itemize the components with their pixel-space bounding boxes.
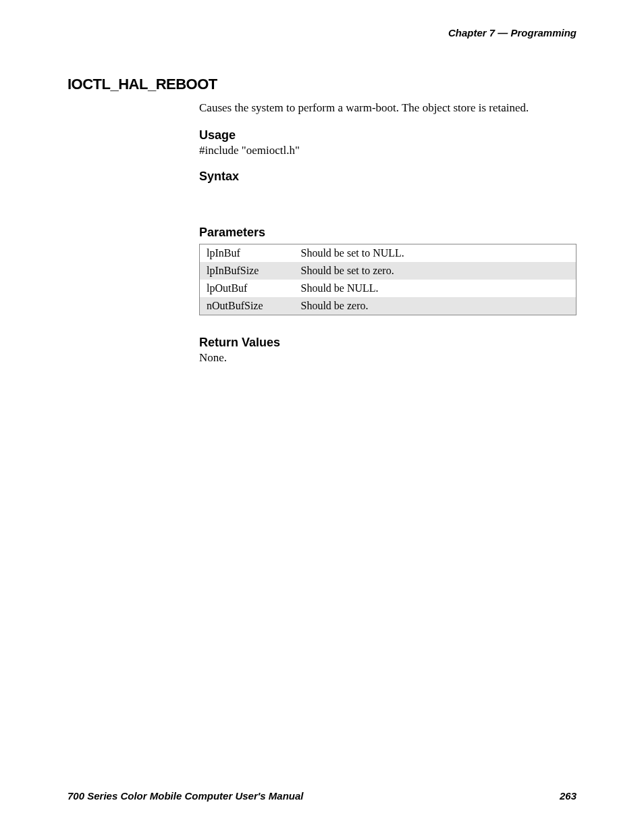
table-row: lpInBuf Should be set to NULL. [200,244,576,262]
table-row: lpInBufSize Should be set to zero. [200,262,576,280]
table-row: lpOutBuf Should be NULL. [200,280,576,297]
return-values-text: None. [199,351,576,365]
footer-manual-title: 700 Series Color Mobile Computer User's … [68,790,304,802]
table-row: nOutBufSize Should be zero. [200,297,576,315]
param-desc: Should be zero. [294,297,576,315]
param-name: lpInBuf [200,244,294,262]
usage-heading: Usage [199,128,576,142]
param-desc: Should be set to NULL. [294,244,576,262]
parameters-table: lpInBuf Should be set to NULL. lpInBufSi… [199,244,576,315]
chapter-label: Chapter 7 — Programming [448,27,576,38]
page-header: Chapter 7 — Programming [68,27,576,38]
param-name: lpInBufSize [200,262,294,280]
footer-page-number: 263 [560,790,576,802]
param-name: nOutBufSize [200,297,294,315]
syntax-heading: Syntax [199,170,576,184]
parameters-heading: Parameters [199,226,576,240]
return-values-heading: Return Values [199,336,576,350]
param-name: lpOutBuf [200,280,294,297]
param-desc: Should be NULL. [294,280,576,297]
page-footer: 700 Series Color Mobile Computer User's … [68,790,576,802]
syntax-content [199,185,576,226]
page-container: Chapter 7 — Programming IOCTL_HAL_REBOOT… [0,0,644,834]
content-block: Causes the system to perform a warm-boot… [199,100,576,365]
section-description: Causes the system to perform a warm-boot… [199,100,576,116]
usage-line: #include "oemioctl.h" [199,144,576,157]
param-desc: Should be set to zero. [294,262,576,280]
section-title: IOCTL_HAL_REBOOT [68,76,576,93]
